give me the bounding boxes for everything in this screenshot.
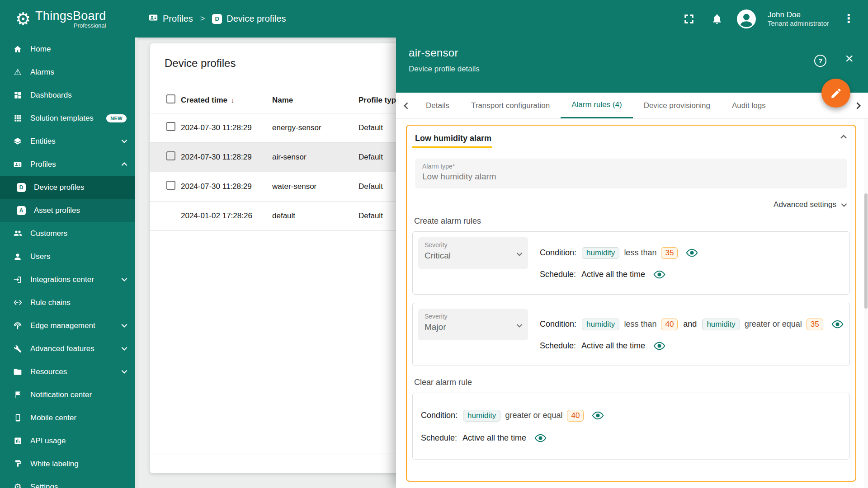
user-menu[interactable]: John Doe Tenant administrator (768, 10, 829, 28)
sidebar-item-label: Edge management (30, 321, 95, 330)
sidebar-item-label: Home (30, 45, 51, 54)
tab-alarm-rules[interactable]: Alarm rules (4) (561, 93, 632, 118)
sidebar-item-label: Users (30, 252, 50, 261)
tab-transport-configuration[interactable]: Transport configuration (460, 93, 561, 118)
sidebar-item-mobile-center[interactable]: Mobile center (0, 406, 138, 429)
device-profile-icon: D (212, 14, 222, 24)
schedule-label: Schedule: (421, 433, 457, 443)
sidebar-item-api-usage[interactable]: API usage (0, 429, 138, 452)
sidebar-item-customers[interactable]: Customers (0, 222, 138, 245)
tabs-scroll-left-icon[interactable] (396, 93, 415, 118)
select-all-checkbox[interactable] (166, 94, 175, 103)
fullscreen-icon[interactable] (681, 11, 697, 27)
sidebar-item-white-labeling[interactable]: White labeling (0, 452, 138, 475)
schedule-row: Schedule: Active all the time (540, 270, 698, 279)
notifications-bell-icon[interactable] (709, 11, 725, 27)
schedule-value: Active all the time (581, 270, 645, 279)
row-checkbox[interactable] (166, 151, 175, 160)
sidebar-item-settings[interactable]: ⚙ Settings (0, 475, 138, 488)
severity-value: Critical (425, 251, 522, 261)
condition-joiner: and (683, 319, 697, 329)
drawer-body: Low humidity alarm Alarm type* Low humid… (396, 119, 868, 488)
column-label: Profile type (359, 96, 401, 104)
row-checkbox[interactable] (166, 122, 175, 131)
condition-key-chip: humidity (582, 319, 619, 330)
condition-value-badge: 35 (661, 247, 678, 259)
cell-created-time: 2024-01-02 17:28:26 (181, 201, 272, 230)
alarm-type-field[interactable]: Alarm type* Low humidity alarm (415, 159, 847, 188)
sidebar-item-notification-center[interactable]: Notification center (0, 383, 138, 406)
sidebar-item-resources[interactable]: Resources (0, 360, 138, 383)
severity-select[interactable]: Severity Critical (418, 237, 528, 269)
alarm-rule-title: Low humidity alarm (415, 134, 850, 143)
sidebar-item-integrations-center[interactable]: Integrations center (0, 268, 138, 291)
breadcrumb-device-profiles[interactable]: D Device profiles (212, 14, 286, 24)
sidebar-scrollbar[interactable] (135, 38, 138, 488)
view-schedule-eye-icon[interactable] (653, 342, 665, 350)
cell-created-time: 2024-07-30 11:28:29 (181, 113, 272, 142)
app-logo[interactable]: ⚙ ThingsBoard Professional (0, 9, 123, 29)
white-labeling-paint-icon (12, 460, 24, 468)
tabs-scroll-right-icon[interactable] (849, 93, 868, 118)
sidebar-item-profiles[interactable]: Profiles (0, 153, 138, 176)
entities-icon (12, 137, 24, 146)
sidebar-item-dashboards[interactable]: Dashboards (0, 84, 138, 107)
chevron-up-icon (121, 162, 127, 166)
tab-device-provisioning[interactable]: Device provisioning (633, 93, 721, 118)
condition-operator: greater or equal (745, 319, 802, 329)
tab-details[interactable]: Details (415, 93, 460, 118)
breadcrumb-device-profiles-label: Device profiles (226, 14, 286, 24)
sidebar-item-label: Integrations center (30, 275, 94, 284)
sidebar-item-device-profiles[interactable]: D Device profiles (0, 176, 138, 199)
sidebar-item-label: Notification center (30, 390, 92, 399)
condition-label: Condition: (540, 319, 576, 329)
schedule-row: Schedule: Active all the time (540, 341, 844, 351)
sidebar-item-asset-profiles[interactable]: A Asset profiles (0, 199, 138, 222)
row-checkbox[interactable] (166, 181, 175, 190)
asset-profile-icon: A (15, 206, 27, 215)
alarm-title-underline (412, 146, 492, 148)
kebab-menu-icon[interactable]: ⋮ (841, 12, 856, 26)
sidebar-item-alarms[interactable]: ⚠ Alarms (0, 61, 138, 84)
column-created-time[interactable]: Created time↓ (181, 88, 272, 113)
notification-flag-icon (12, 390, 24, 399)
alarm-type-value: Low humidity alarm (422, 172, 840, 182)
collapse-chevron-icon[interactable] (840, 133, 847, 141)
advanced-settings-toggle[interactable]: Advanced settings (412, 200, 850, 209)
schedule-label: Schedule: (540, 341, 576, 351)
view-schedule-eye-icon[interactable] (534, 434, 547, 442)
solution-templates-icon (12, 114, 24, 122)
drawer-scrollbar-thumb[interactable] (864, 193, 868, 309)
edit-fab-button[interactable] (821, 79, 850, 108)
sidebar-item-label: API usage (30, 436, 66, 446)
sort-desc-icon: ↓ (231, 96, 235, 104)
close-icon[interactable]: × (845, 51, 854, 66)
sidebar-item-home[interactable]: Home (0, 38, 138, 61)
user-avatar[interactable] (737, 9, 756, 28)
view-schedule-eye-icon[interactable] (653, 270, 665, 279)
chevron-down-icon (121, 347, 127, 351)
sidebar-item-label: Advanced features (30, 344, 94, 353)
view-condition-eye-icon[interactable] (592, 411, 604, 420)
chevron-down-icon (121, 324, 127, 328)
tab-audit-logs[interactable]: Audit logs (721, 93, 777, 118)
view-condition-eye-icon[interactable] (686, 249, 698, 257)
cell-created-time: 2024-07-30 11:28:29 (181, 172, 272, 201)
sidebar-item-edge-management[interactable]: Edge management (0, 314, 138, 337)
api-usage-chart-icon (12, 436, 24, 445)
alarm-rule-major: Severity Major Condition: humidity less … (412, 303, 850, 366)
column-name[interactable]: Name (272, 88, 359, 113)
sidebar-item-advanced-features[interactable]: Advanced features (0, 337, 138, 360)
sidebar-item-solution-templates[interactable]: Solution templates NEW (0, 107, 138, 130)
chevron-down-icon (841, 203, 847, 207)
severity-select[interactable]: Severity Major (418, 309, 528, 340)
breadcrumb-profiles[interactable]: Profiles (148, 13, 193, 25)
drawer-subtitle: Device profile details (409, 65, 868, 74)
sidebar-item-users[interactable]: Users (0, 245, 138, 268)
sidebar-item-rule-chains[interactable]: Rule chains (0, 291, 138, 314)
help-icon[interactable]: ? (814, 55, 826, 67)
profiles-icon (148, 13, 158, 25)
sidebar-item-entities[interactable]: Entities (0, 130, 138, 153)
drawer-title: air-sensor (409, 47, 868, 59)
view-condition-eye-icon[interactable] (831, 320, 844, 328)
